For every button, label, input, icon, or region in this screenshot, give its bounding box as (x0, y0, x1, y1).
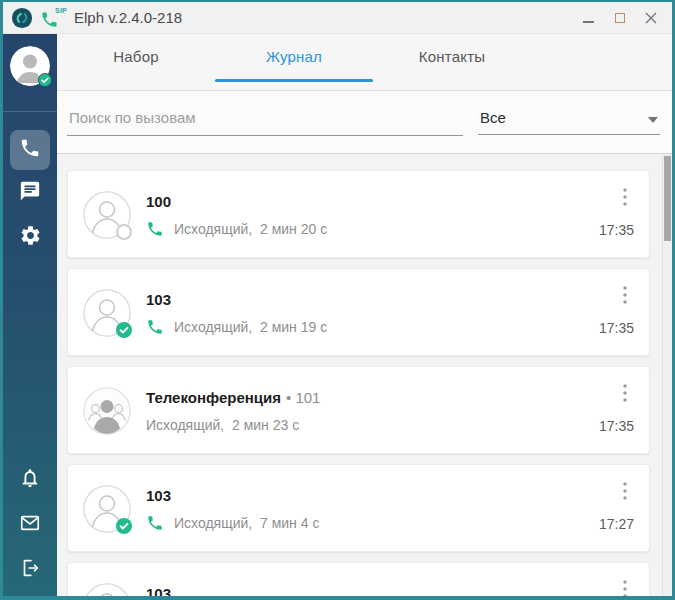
scrollbar-thumb[interactable] (664, 156, 671, 241)
window-title: Elph v.2.4.0-218 (74, 9, 566, 26)
logout-icon (19, 557, 41, 583)
sip-phone-icon: SIP (40, 7, 64, 29)
tab-journal-label: Журнал (266, 48, 322, 65)
chat-icon (19, 180, 41, 206)
sip-label: SIP (55, 7, 67, 14)
sidebar (3, 34, 57, 596)
sidebar-item-messages[interactable] (10, 176, 50, 210)
conference-avatar (83, 387, 131, 435)
sidebar-divider (3, 111, 57, 112)
call-log-item[interactable]: 103 (67, 562, 650, 596)
call-log-item[interactable]: Телеконференция• 101Исходящий, 2 мин 23 … (67, 366, 650, 454)
sidebar-item-logout[interactable] (10, 554, 50, 586)
bell-icon (19, 467, 41, 493)
status-check-icon (116, 518, 132, 534)
call-name: 103 (146, 585, 171, 596)
more-options-icon[interactable] (616, 578, 634, 596)
outgoing-call-icon (146, 514, 164, 532)
tab-contacts-label: Контакты (419, 48, 485, 65)
more-options-icon[interactable] (616, 480, 634, 502)
tab-journal[interactable]: Журнал (215, 34, 373, 79)
app-logo-icon (11, 7, 33, 29)
titlebar[interactable]: SIP Elph v.2.4.0-218 (3, 2, 672, 34)
call-filter-value: Все (480, 109, 506, 126)
call-direction-duration: Исходящий, 2 мин 23 с (146, 417, 299, 433)
online-status-check-icon (38, 73, 52, 87)
app-window: SIP Elph v.2.4.0-218 (3, 2, 672, 596)
sidebar-item-calls[interactable] (10, 130, 50, 170)
call-name: 103 (146, 291, 171, 308)
call-name: Телеконференция• 101 (146, 389, 320, 406)
call-name: 100 (146, 193, 171, 210)
chevron-down-icon (648, 109, 658, 126)
scrollbar[interactable] (662, 154, 672, 596)
call-number: • 101 (286, 389, 320, 406)
tab-dialer-label: Набор (113, 48, 158, 65)
status-check-icon (116, 322, 132, 338)
search-row: Все (57, 91, 672, 154)
call-filter-dropdown[interactable]: Все (478, 101, 660, 135)
call-log: 100Исходящий, 2 мин 20 с17:35103Исходящи… (57, 154, 672, 596)
outgoing-call-icon (146, 220, 164, 238)
search-input[interactable] (67, 103, 463, 136)
phone-icon (19, 137, 41, 163)
call-direction-duration: Исходящий, 7 мин 4 с (174, 515, 319, 531)
call-time: 17:35 (599, 222, 634, 238)
call-name: 103 (146, 487, 171, 504)
user-avatar[interactable] (10, 46, 50, 86)
call-log-item[interactable]: 100Исходящий, 2 мин 20 с17:35 (67, 170, 650, 258)
call-log-list: 100Исходящий, 2 мин 20 с17:35103Исходящи… (67, 170, 650, 596)
contact-avatar (83, 289, 131, 337)
call-direction-duration: Исходящий, 2 мин 19 с (174, 319, 327, 335)
more-options-icon[interactable] (616, 284, 634, 306)
status-empty-badge (116, 224, 132, 240)
contact-avatar (83, 191, 131, 239)
call-direction-duration: Исходящий, 2 мин 20 с (174, 221, 327, 237)
more-options-icon[interactable] (616, 382, 634, 404)
sidebar-item-settings[interactable] (10, 220, 50, 254)
contact-avatar (83, 485, 131, 533)
call-time: 17:35 (599, 418, 634, 434)
sidebar-item-notifications[interactable] (10, 464, 50, 496)
minimize-button[interactable] (573, 5, 604, 31)
tab-bar: Набор Журнал Контакты (57, 34, 672, 91)
more-options-icon[interactable] (616, 186, 634, 208)
close-button[interactable] (635, 5, 666, 31)
tab-dialer[interactable]: Набор (57, 34, 215, 79)
contact-avatar (83, 583, 131, 596)
outgoing-call-icon (146, 318, 164, 336)
call-time: 17:35 (599, 320, 634, 336)
call-log-item[interactable]: 103Исходящий, 7 мин 4 с17:27 (67, 464, 650, 552)
mail-icon (19, 512, 41, 538)
tab-contacts[interactable]: Контакты (373, 34, 531, 79)
maximize-button[interactable] (604, 5, 635, 31)
call-log-item[interactable]: 103Исходящий, 2 мин 19 с17:35 (67, 268, 650, 356)
call-time: 17:27 (599, 516, 634, 532)
sidebar-item-mail[interactable] (10, 509, 50, 541)
gear-icon (19, 224, 42, 251)
